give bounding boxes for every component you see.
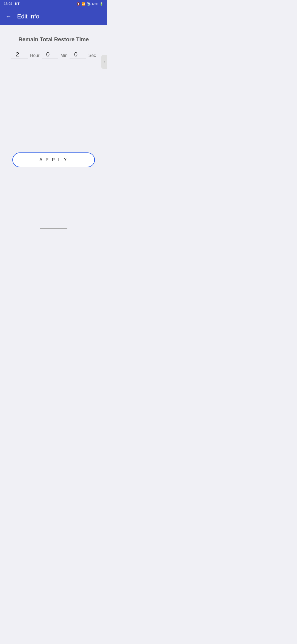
bottom-nav-indicator <box>40 228 67 229</box>
signal-icon: 📡 <box>87 2 91 6</box>
chevron-left-icon: ‹ <box>104 60 105 64</box>
page-title: Edit Info <box>17 13 39 20</box>
app-bar: ← Edit Info <box>0 8 107 25</box>
min-label: Min <box>61 53 68 58</box>
battery-text: 66% <box>92 2 98 6</box>
hour-group: Hour <box>11 51 40 59</box>
min-group: Min <box>42 51 68 59</box>
sec-group: Sec <box>70 51 96 59</box>
side-handle[interactable]: ‹ <box>101 55 107 69</box>
time-text: 18:04 <box>4 2 12 6</box>
back-icon: ← <box>6 13 12 20</box>
min-input[interactable] <box>42 51 58 59</box>
back-button[interactable]: ← <box>4 12 13 21</box>
wifi-icon: 📶 <box>82 2 86 6</box>
section-title: Remain Total Restore Time <box>18 36 89 43</box>
sec-input[interactable] <box>70 51 86 59</box>
main-content: Remain Total Restore Time Hour Min Sec A… <box>0 25 107 173</box>
battery-icon: 🔋 <box>100 2 103 6</box>
status-time: 18:04 KT <box>4 2 20 6</box>
status-icons: 🔇 📶 📡 66% 🔋 <box>76 2 103 6</box>
apply-button-wrapper: A P P L Y <box>6 152 102 167</box>
apply-button[interactable]: A P P L Y <box>12 152 95 167</box>
time-row: Hour Min Sec <box>11 51 96 59</box>
status-bar: 18:04 KT 🔇 📶 📡 66% 🔋 <box>0 0 107 8</box>
carrier-text: KT <box>15 2 20 6</box>
mute-icon: 🔇 <box>76 2 80 6</box>
sec-label: Sec <box>88 53 96 58</box>
hour-label: Hour <box>30 53 40 58</box>
hour-input[interactable] <box>11 51 28 59</box>
